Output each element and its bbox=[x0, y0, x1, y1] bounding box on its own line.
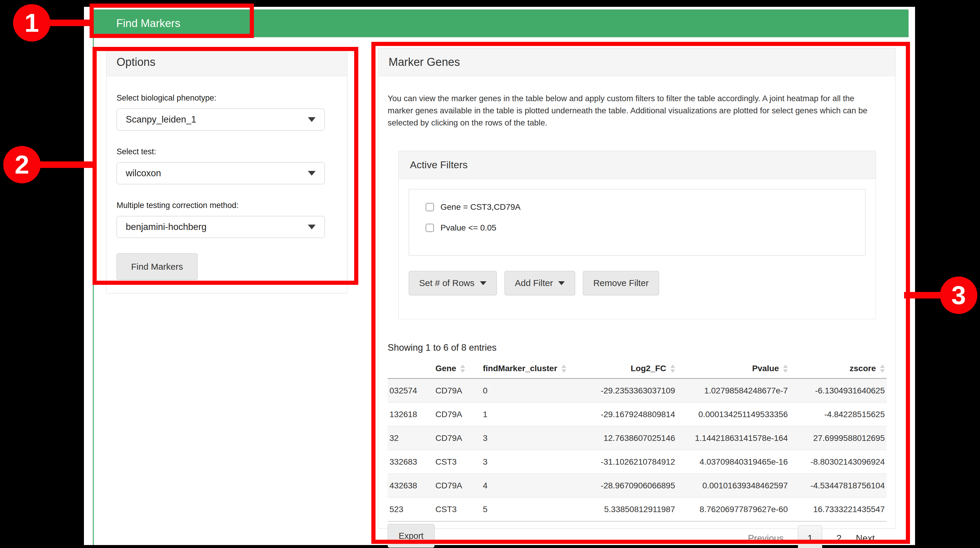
table-row[interactable]: 032574CD79A0-29.23533630371091.027985842… bbox=[388, 379, 886, 403]
table-cell: -28.9670906066895 bbox=[579, 474, 677, 497]
options-panel-heading: Options bbox=[107, 48, 347, 76]
column-header-pvalue[interactable]: Pvalue bbox=[677, 359, 789, 379]
table-row[interactable]: 523CST355.338508129119878.76206977879627… bbox=[388, 497, 886, 522]
sort-arrows-icon[interactable] bbox=[670, 365, 675, 373]
set-rows-button[interactable]: Set # of Rows bbox=[409, 271, 497, 295]
pagination-page-2[interactable]: 2 bbox=[837, 533, 842, 544]
table-cell: 32 bbox=[388, 426, 434, 450]
form-field-multiple-testing-correction-method: Multiple testing correction method:benja… bbox=[116, 201, 337, 238]
filter-checkbox[interactable] bbox=[426, 203, 434, 211]
filter-row: Pvalue <= 0.05 bbox=[426, 223, 865, 233]
sort-arrows-icon[interactable] bbox=[460, 365, 465, 373]
table-cell: -31.1026210784912 bbox=[579, 450, 677, 474]
app-window: Find Markers Options Select biological p… bbox=[84, 7, 915, 545]
column-label: zscore bbox=[850, 364, 876, 373]
field-label: Select test: bbox=[116, 147, 337, 156]
marker-panel-body: You can view the marker genes in the tab… bbox=[379, 76, 895, 548]
table-row[interactable]: 32CD79A312.76386070251461.14421863141578… bbox=[388, 426, 886, 450]
sort-arrows-icon[interactable] bbox=[880, 365, 885, 373]
table-cell: 27.6999588012695 bbox=[789, 426, 886, 450]
annotation-connector-1 bbox=[45, 19, 92, 26]
remove-filter-button[interactable]: Remove Filter bbox=[583, 271, 659, 295]
table-cell: 3 bbox=[481, 450, 579, 474]
marker-genes-table: GenefindMarker_clusterLog2_FCPvaluezscor… bbox=[388, 359, 886, 522]
table-cell: -6.1304931640625 bbox=[789, 379, 886, 403]
table-cell: 332683 bbox=[388, 450, 434, 474]
table-cell: CST3 bbox=[434, 450, 481, 474]
active-filters-heading: Active Filters bbox=[399, 151, 876, 179]
table-cell: -4.84228515625 bbox=[789, 403, 886, 426]
form-field-select-biological-phenotype: Select biological phenotype:Scanpy_leide… bbox=[116, 94, 337, 131]
pagination-page-1[interactable]: 1 bbox=[798, 525, 822, 548]
table-cell: 132618 bbox=[388, 403, 434, 426]
chevron-down-icon bbox=[308, 225, 316, 229]
marker-genes-description: You can view the marker genes in the tab… bbox=[388, 92, 881, 129]
options-panel: Options Select biological phenotype:Scan… bbox=[106, 48, 347, 293]
sort-arrows-icon[interactable] bbox=[562, 365, 566, 373]
select-select-test[interactable]: wilcoxon bbox=[116, 162, 325, 184]
chevron-down-icon bbox=[558, 281, 565, 285]
column-label: findMarker_cluster bbox=[483, 364, 557, 373]
active-filters-list: Gene = CST3,CD79APvalue <= 0.05 bbox=[409, 189, 865, 255]
sort-arrows-icon[interactable] bbox=[783, 365, 788, 373]
filter-label: Pvalue <= 0.05 bbox=[441, 223, 496, 233]
column-label: Pvalue bbox=[752, 364, 779, 373]
annotation-connector-2 bbox=[35, 161, 95, 168]
active-filters-body: Gene = CST3,CD79APvalue <= 0.05 Set # of… bbox=[399, 179, 876, 319]
select-select-biological-phenotype[interactable]: Scanpy_leiden_1 bbox=[116, 108, 325, 131]
add-filter-label: Add Filter bbox=[515, 278, 553, 288]
table-cell: CD79A bbox=[434, 403, 481, 426]
column-header-gene[interactable]: Gene bbox=[434, 359, 481, 379]
annotation-callout-3: 3 bbox=[940, 277, 977, 314]
select-multiple-testing-correction-method[interactable]: benjamini-hochberg bbox=[116, 216, 325, 238]
table-cell: CST3 bbox=[434, 497, 481, 522]
table-cell: 5 bbox=[481, 497, 579, 522]
options-fields: Select biological phenotype:Scanpy_leide… bbox=[116, 94, 337, 238]
table-row[interactable]: 132618CD79A1-29.16792488098140.000134251… bbox=[388, 403, 886, 426]
page-header: Find Markers bbox=[91, 10, 908, 37]
table-cell: 16.7333221435547 bbox=[789, 497, 886, 522]
table-cell: 8.76206977879627e-60 bbox=[677, 497, 789, 522]
table-cell: 1.02798584248677e-7 bbox=[677, 379, 789, 403]
active-filters-box: Active Filters Gene = CST3,CD79APvalue <… bbox=[398, 151, 876, 319]
table-header: GenefindMarker_clusterLog2_FCPvaluezscor… bbox=[388, 359, 886, 379]
table-cell: 12.7638607025146 bbox=[579, 426, 677, 450]
filter-label: Gene = CST3,CD79A bbox=[441, 202, 520, 212]
table-cell: 1.14421863141578e-164 bbox=[677, 426, 789, 450]
table-cell: 1 bbox=[481, 403, 579, 426]
column-header-findmarker-cluster[interactable]: findMarker_cluster bbox=[481, 359, 579, 379]
export-button[interactable]: Export bbox=[388, 524, 434, 548]
annotation-callout-1: 1 bbox=[13, 4, 51, 41]
table-cell: 523 bbox=[388, 497, 434, 522]
annotation-connector-3 bbox=[904, 292, 943, 298]
form-field-select-test: Select test:wilcoxon bbox=[116, 147, 337, 184]
table-cell: 4 bbox=[481, 474, 579, 497]
table-row[interactable]: 432638CD79A4-28.96709060668950.001016393… bbox=[388, 474, 886, 497]
screenshot-canvas: Find Markers Options Select biological p… bbox=[0, 0, 980, 548]
chevron-down-icon bbox=[308, 117, 316, 122]
chevron-down-icon bbox=[308, 171, 316, 176]
filter-checkbox[interactable] bbox=[426, 224, 434, 232]
column-header-rownames bbox=[388, 359, 434, 379]
options-panel-body: Select biological phenotype:Scanpy_leide… bbox=[107, 76, 347, 280]
filter-row: Gene = CST3,CD79A bbox=[426, 202, 865, 212]
column-header-log2-fc[interactable]: Log2_FC bbox=[579, 359, 677, 379]
table-cell: -8.80302143096924 bbox=[789, 450, 886, 474]
table-row[interactable]: 332683CST33-31.10262107849124.0370984031… bbox=[388, 450, 886, 474]
table-cell: 0 bbox=[481, 379, 579, 403]
marker-genes-panel: Marker Genes You can view the marker gen… bbox=[378, 48, 896, 529]
pagination-previous[interactable]: Previous bbox=[748, 533, 784, 544]
page-title: Find Markers bbox=[116, 17, 180, 30]
marker-panel-heading: Marker Genes bbox=[379, 48, 895, 76]
content-left-accent bbox=[93, 37, 94, 545]
find-markers-button[interactable]: Find Markers bbox=[116, 253, 197, 280]
table-footer: Export Previous12Next bbox=[388, 523, 886, 548]
table-cell: 0.000134251149533356 bbox=[677, 403, 789, 426]
remove-filter-label: Remove Filter bbox=[593, 278, 649, 288]
table-cell: 4.03709840319465e-16 bbox=[677, 450, 789, 474]
field-label: Multiple testing correction method: bbox=[116, 201, 337, 210]
add-filter-button[interactable]: Add Filter bbox=[504, 271, 575, 295]
column-header-zscore[interactable]: zscore bbox=[789, 359, 886, 379]
pagination-next[interactable]: Next bbox=[856, 533, 875, 544]
table-cell: 432638 bbox=[388, 474, 434, 497]
